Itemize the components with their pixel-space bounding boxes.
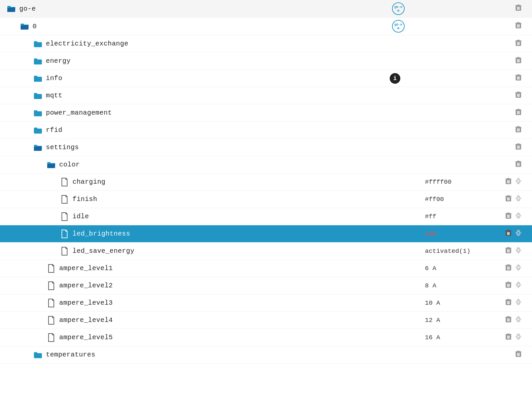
item-label: temperatures: [46, 351, 362, 358]
file-icon: [47, 316, 56, 325]
tree-row-go-e[interactable]: go-e go·e: [0, 0, 532, 18]
item-label: rfid: [46, 126, 362, 134]
trash-icon[interactable]: [515, 350, 522, 359]
item-value: 10 A: [425, 299, 498, 307]
tree-row-info[interactable]: info i: [0, 70, 532, 87]
item-actions: [515, 22, 522, 31]
item-actions: [505, 212, 522, 221]
tree-row-led_save_energy[interactable]: led_save_energy activated(1): [0, 243, 532, 260]
info-badge: i: [390, 73, 400, 84]
tree-row-ampere_level2[interactable]: ampere_level2 8 A: [0, 277, 532, 294]
tree-row-temperatures[interactable]: temperatures: [0, 346, 532, 363]
file-icon: [60, 229, 69, 239]
item-actions: [505, 333, 522, 342]
trash-icon[interactable]: [515, 4, 522, 13]
folder-open-icon: [33, 143, 43, 152]
trash-icon[interactable]: [505, 212, 512, 221]
item-actions: [515, 39, 522, 49]
item-label: ampere_level4: [59, 316, 352, 324]
gear-icon[interactable]: [515, 298, 522, 307]
gear-icon[interactable]: [515, 333, 522, 342]
item-label: led_brightness: [72, 230, 352, 238]
folder-closed-icon: [33, 74, 43, 83]
item-label: led_save_energy: [72, 247, 352, 255]
folder-closed-icon: [33, 39, 43, 49]
item-value: #ff00: [425, 196, 498, 203]
tree-row-electricity_exchange[interactable]: electricity_exchange: [0, 35, 532, 52]
trash-icon[interactable]: [505, 298, 512, 308]
item-actions: [515, 56, 522, 66]
goe-logo: go·e: [362, 20, 435, 33]
tree-row-settings[interactable]: settings: [0, 139, 532, 156]
trash-icon[interactable]: [505, 281, 512, 290]
tree-row-ampere_level3[interactable]: ampere_level3 10 A: [0, 294, 532, 312]
item-value: 6 A: [425, 265, 498, 272]
tree-row-charging[interactable]: charging #ffff00: [0, 173, 532, 191]
trash-icon[interactable]: [505, 229, 512, 239]
item-label: ampere_level1: [59, 264, 352, 272]
item-label: charging: [72, 178, 352, 186]
item-label: energy: [46, 57, 362, 65]
trash-icon[interactable]: [515, 22, 522, 31]
item-label: ampere_level5: [59, 334, 352, 341]
gear-icon[interactable]: [515, 212, 522, 221]
gear-icon[interactable]: [515, 316, 522, 325]
tree-row-color[interactable]: color: [0, 156, 532, 173]
tree-row-0[interactable]: 0 go·e: [0, 18, 532, 35]
svg-point-13: [398, 28, 399, 29]
tree-row-idle[interactable]: idle #ff: [0, 208, 532, 225]
item-label: ampere_level2: [59, 282, 352, 289]
trash-icon[interactable]: [505, 333, 512, 342]
trash-icon[interactable]: [515, 126, 522, 135]
tree-row-rfid[interactable]: rfid: [0, 122, 532, 139]
item-actions: [505, 247, 522, 256]
folder-closed-icon: [33, 350, 43, 359]
trash-icon[interactable]: [505, 177, 512, 187]
gear-icon[interactable]: [515, 177, 522, 186]
item-actions: [505, 195, 522, 204]
item-actions: [505, 177, 522, 187]
item-label: settings: [46, 144, 362, 151]
trash-icon[interactable]: [515, 160, 522, 169]
trash-icon[interactable]: [515, 108, 522, 118]
tree-row-mqtt[interactable]: mqtt: [0, 87, 532, 104]
item-label: mqtt: [46, 92, 362, 99]
item-actions: [515, 74, 522, 83]
folder-closed-icon: [33, 126, 43, 135]
item-value: #ffff00: [425, 178, 498, 186]
tree-row-energy[interactable]: energy: [0, 52, 532, 70]
item-actions: [505, 264, 522, 273]
trash-icon[interactable]: [505, 264, 512, 273]
gear-icon[interactable]: [515, 229, 522, 238]
item-actions: [505, 298, 522, 308]
trash-icon[interactable]: [515, 74, 522, 83]
trash-icon[interactable]: [505, 316, 512, 325]
file-icon: [47, 333, 56, 342]
item-actions: [505, 281, 522, 290]
trash-icon[interactable]: [515, 143, 522, 152]
tree-row-finish[interactable]: finish #ff00: [0, 191, 532, 208]
trash-icon[interactable]: [515, 56, 522, 66]
item-label: ampere_level3: [59, 299, 352, 307]
file-icon: [47, 264, 56, 273]
file-icon: [60, 212, 69, 221]
trash-icon[interactable]: [515, 39, 522, 49]
item-actions: [515, 4, 522, 13]
item-label: power_management: [46, 109, 362, 117]
folder-closed-icon: [33, 108, 43, 118]
tree-row-ampere_level5[interactable]: ampere_level5 16 A: [0, 329, 532, 346]
gear-icon[interactable]: [515, 264, 522, 273]
tree-row-power_management[interactable]: power_management: [0, 104, 532, 122]
gear-icon[interactable]: [515, 195, 522, 204]
tree-row-ampere_level1[interactable]: ampere_level1 6 A: [0, 260, 532, 277]
trash-icon[interactable]: [515, 91, 522, 100]
gear-icon[interactable]: [515, 281, 522, 290]
file-icon: [47, 281, 56, 290]
gear-icon[interactable]: [515, 247, 522, 255]
trash-icon[interactable]: [505, 195, 512, 204]
folder-open-icon: [7, 4, 16, 13]
trash-icon[interactable]: [505, 247, 512, 256]
tree-row-led_brightness[interactable]: led_brightness 120: [0, 225, 532, 243]
tree-row-ampere_level4[interactable]: ampere_level4 12 A: [0, 312, 532, 329]
item-actions: [515, 126, 522, 135]
